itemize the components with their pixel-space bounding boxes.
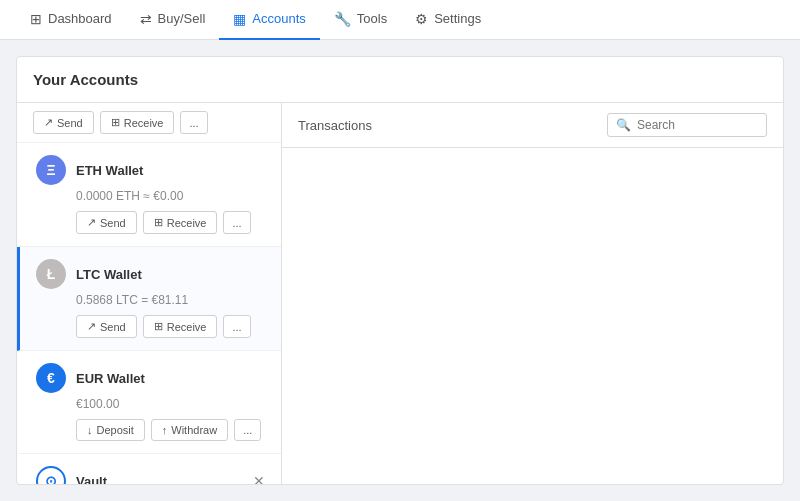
ltc-send-button[interactable]: ↗ Send [76,315,137,338]
account-item-eur: € EUR Wallet €100.00 ↓ Deposit ↑ Withdra… [17,351,281,454]
account-actions-eth: ↗ Send ⊞ Receive ... [76,211,265,234]
nav-dashboard[interactable]: ⊞ Dashboard [16,0,126,40]
ltc-more-button[interactable]: ... [223,315,250,338]
accounts-panel-body: ↗ Send ⊞ Receive ... Ξ ETH Wallet [17,103,783,484]
accounts-icon: ▦ [233,11,246,27]
nav-settings-label: Settings [434,11,481,26]
first-receive-button[interactable]: ⊞ Receive [100,111,175,134]
account-balance-ltc: 0.5868 LTC = €81.11 [76,293,265,307]
withdraw-icon: ↑ [162,424,168,436]
eur-deposit-button[interactable]: ↓ Deposit [76,419,145,441]
dashboard-icon: ⊞ [30,11,42,27]
ltc-send-icon: ↗ [87,320,96,333]
account-actions-eur: ↓ Deposit ↑ Withdraw ... [76,419,265,441]
settings-icon: ⚙ [415,11,428,27]
ltc-receive-icon: ⊞ [154,320,163,333]
main-content: Your Accounts ↗ Send ⊞ Receive ... [0,40,800,501]
first-more-button[interactable]: ... [180,111,207,134]
account-item-eth: Ξ ETH Wallet 0.0000 ETH ≈ €0.00 ↗ Send ⊞… [17,143,281,247]
account-name-eth: ETH Wallet [76,163,143,178]
account-name-eur: EUR Wallet [76,371,145,386]
send-icon: ↗ [44,116,53,129]
eth-receive-icon: ⊞ [154,216,163,229]
transactions-header: Transactions 🔍 [282,103,783,148]
account-list: ↗ Send ⊞ Receive ... Ξ ETH Wallet [17,103,282,484]
account-balance-eur: €100.00 [76,397,265,411]
deposit-icon: ↓ [87,424,93,436]
avatar-eur: € [36,363,66,393]
receive-icon: ⊞ [111,116,120,129]
buysell-icon: ⇄ [140,11,152,27]
transactions-panel: Transactions 🔍 [282,103,783,484]
eur-withdraw-button[interactable]: ↑ Withdraw [151,419,228,441]
ltc-receive-button[interactable]: ⊞ Receive [143,315,218,338]
eur-more-button[interactable]: ... [234,419,261,441]
nav-tools-label: Tools [357,11,387,26]
nav-accounts[interactable]: ▦ Accounts [219,0,319,40]
eth-receive-button[interactable]: ⊞ Receive [143,211,218,234]
avatar-eth: Ξ [36,155,66,185]
eth-send-button[interactable]: ↗ Send [76,211,137,234]
account-item-ltc: Ł LTC Wallet 0.5868 LTC = €81.11 ↗ Send … [17,247,281,351]
top-nav: ⊞ Dashboard ⇄ Buy/Sell ▦ Accounts 🔧 Tool… [0,0,800,40]
search-icon: 🔍 [616,118,631,132]
nav-buysell-label: Buy/Sell [158,11,206,26]
first-send-button[interactable]: ↗ Send [33,111,94,134]
search-input[interactable] [637,118,758,132]
account-item-vault: ⊙ Vault ✕ Not configured [17,454,281,484]
nav-tools[interactable]: 🔧 Tools [320,0,401,40]
page-title: Your Accounts [17,57,783,103]
account-balance-eth: 0.0000 ETH ≈ €0.00 [76,189,265,203]
eth-send-icon: ↗ [87,216,96,229]
account-actions-ltc: ↗ Send ⊞ Receive ... [76,315,265,338]
avatar-vault: ⊙ [36,466,66,484]
avatar-ltc: Ł [36,259,66,289]
eth-more-button[interactable]: ... [223,211,250,234]
search-box: 🔍 [607,113,767,137]
first-account-actions: ↗ Send ⊞ Receive ... [17,103,281,143]
transactions-title: Transactions [298,118,372,133]
vault-close-button[interactable]: ✕ [253,473,265,484]
transactions-body [282,148,783,484]
nav-buysell[interactable]: ⇄ Buy/Sell [126,0,220,40]
nav-dashboard-label: Dashboard [48,11,112,26]
account-name-vault: Vault [76,474,107,485]
nav-settings[interactable]: ⚙ Settings [401,0,495,40]
account-name-ltc: LTC Wallet [76,267,142,282]
tools-icon: 🔧 [334,11,351,27]
nav-accounts-label: Accounts [252,11,305,26]
accounts-panel: Your Accounts ↗ Send ⊞ Receive ... [16,56,784,485]
